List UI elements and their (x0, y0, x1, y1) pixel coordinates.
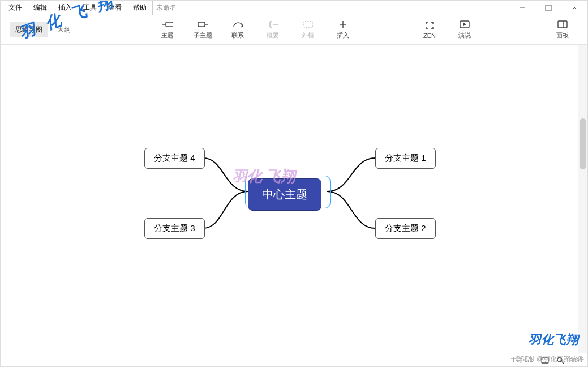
close-button[interactable] (561, 1, 587, 15)
menu-view[interactable]: 查看 (102, 1, 127, 15)
tool-insert-label: 插入 (337, 31, 349, 40)
branch-topic-4[interactable]: 分支主题 4 (144, 148, 205, 169)
menu-tools[interactable]: 工具 (78, 1, 102, 15)
svg-marker-13 (463, 23, 466, 26)
window-controls (509, 1, 587, 15)
tool-panel[interactable]: 面板 (547, 20, 578, 40)
document-title: 未命名 (152, 1, 180, 15)
tool-boundary-label: 外框 (302, 31, 314, 40)
branch-topic-3[interactable]: 分支主题 3 (144, 218, 205, 239)
tool-insert[interactable]: 插入 (327, 20, 359, 40)
boundary-icon (303, 20, 313, 29)
menu-bar: 文件 编辑 插入 工具 查看 帮助 未命名 (1, 1, 587, 15)
status-bar: 主题 1/1 100% (1, 353, 587, 366)
svg-rect-9 (304, 22, 313, 27)
tool-boundary: 外框 (292, 20, 324, 40)
tool-relationship-label: 联系 (231, 31, 244, 40)
toolbar: 主题 子主题 联系 概要 (97, 15, 587, 44)
svg-rect-1 (546, 5, 551, 11)
plus-icon (338, 20, 348, 29)
menu-file[interactable]: 文件 (3, 1, 28, 15)
tool-zen[interactable]: ZEN (414, 20, 445, 40)
svg-rect-4 (166, 22, 173, 27)
zen-icon (424, 21, 435, 30)
tab-mindmap[interactable]: 思维导图 (10, 22, 48, 37)
svg-rect-16 (542, 357, 548, 363)
center-topic[interactable]: 中心主题 (248, 178, 321, 211)
status-topic-count: 主题 1/1 (510, 356, 533, 364)
minimize-button[interactable] (509, 1, 535, 15)
tab-outline[interactable]: 大纲 (51, 22, 76, 37)
tool-topic-label: 主题 (161, 31, 174, 40)
summary-icon (268, 20, 278, 29)
svg-line-18 (561, 361, 564, 364)
tool-subtopic[interactable]: 子主题 (187, 20, 218, 40)
svg-rect-6 (198, 22, 205, 27)
status-zoom[interactable]: 100% (557, 357, 582, 364)
tool-present-label: 演说 (458, 31, 471, 40)
tool-summary-label: 概要 (267, 31, 279, 40)
relationship-icon (233, 20, 243, 29)
scroll-thumb[interactable] (580, 118, 586, 169)
tool-zen-label: ZEN (423, 32, 436, 39)
vertical-scrollbar[interactable] (578, 45, 587, 353)
tool-panel-label: 面板 (556, 31, 569, 40)
topic-icon (162, 20, 173, 29)
tool-present[interactable]: 演说 (449, 20, 480, 40)
status-fit[interactable] (541, 357, 549, 364)
branch-topic-1[interactable]: 分支主题 1 (375, 148, 436, 169)
tool-summary: 概要 (257, 20, 289, 40)
view-tabs: 思维导图 大纲 (1, 15, 97, 44)
canvas[interactable]: 中心主题 分支主题 1 分支主题 2 分支主题 3 分支主题 4 羽化 飞翔 (1, 45, 578, 353)
status-zoom-value: 100% (566, 357, 582, 364)
svg-point-17 (557, 357, 562, 362)
tool-topic[interactable]: 主题 (152, 20, 183, 40)
tool-subtopic-label: 子主题 (194, 31, 212, 40)
play-icon (460, 20, 470, 29)
toolbar-row: 思维导图 大纲 主题 子主题 联系 (1, 15, 587, 45)
menu-help[interactable]: 帮助 (127, 1, 152, 15)
panel-icon (557, 20, 568, 29)
svg-rect-14 (558, 21, 567, 28)
menu-edit[interactable]: 编辑 (28, 1, 53, 15)
tool-relationship[interactable]: 联系 (222, 20, 254, 40)
subtopic-icon (198, 20, 208, 29)
maximize-button[interactable] (535, 1, 561, 15)
branch-topic-2[interactable]: 分支主题 2 (375, 218, 436, 239)
menu-insert[interactable]: 插入 (53, 1, 78, 15)
